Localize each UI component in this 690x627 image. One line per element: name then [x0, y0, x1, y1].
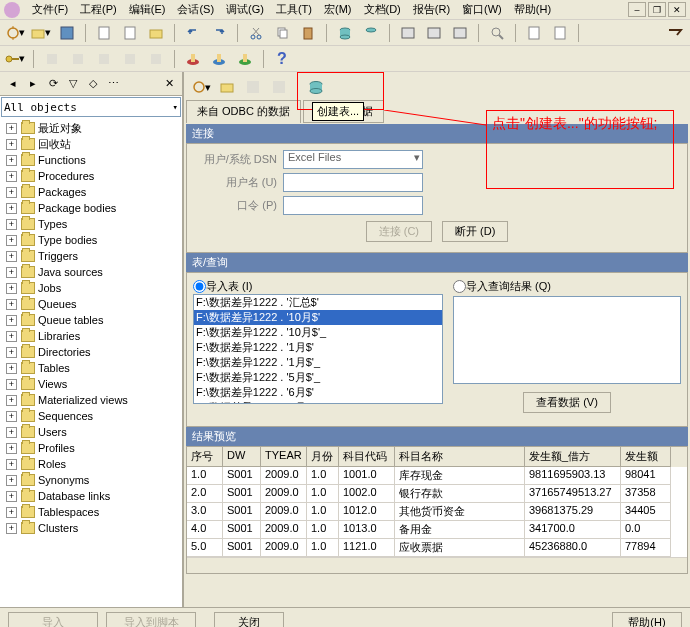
open-icon[interactable]: ▾ [30, 22, 52, 44]
save-icon[interactable] [56, 22, 78, 44]
tree-node[interactable]: +最近对象 [2, 120, 180, 136]
tree-toggle-icon[interactable]: + [6, 427, 17, 438]
tree-toggle-icon[interactable]: + [6, 123, 17, 134]
content-save2-icon[interactable] [268, 76, 290, 98]
table-row[interactable]: 1.0S0012009.01.01001.0库存现金9811695903.139… [187, 467, 687, 485]
content-open-icon[interactable] [216, 76, 238, 98]
key-icon[interactable]: ▾ [4, 48, 26, 70]
tree-toggle-icon[interactable]: + [6, 187, 17, 198]
tree-toggle-icon[interactable]: + [6, 347, 17, 358]
import-script-button[interactable]: 导入到脚本 [106, 612, 196, 627]
doc3-icon[interactable] [523, 22, 545, 44]
dsn-dropdown[interactable]: Excel Files▾ [283, 150, 423, 169]
tree-node[interactable]: +Jobs [2, 280, 180, 296]
tree-node[interactable]: +Sequences [2, 408, 180, 424]
menu-item[interactable]: 帮助(H) [508, 0, 557, 19]
menu-item[interactable]: 调试(G) [220, 0, 270, 19]
help-icon[interactable]: ? [271, 48, 293, 70]
tree-node[interactable]: +Synonyms [2, 472, 180, 488]
tree-toggle-icon[interactable]: + [6, 459, 17, 470]
view-data-button[interactable]: 查看数据 (V) [523, 392, 611, 413]
doc1-icon[interactable] [93, 22, 115, 44]
connect-button[interactable]: 连接 (C) [366, 221, 432, 242]
db1-icon[interactable] [334, 22, 356, 44]
menu-item[interactable]: 文件(F) [26, 0, 74, 19]
exec-red-icon[interactable] [182, 48, 204, 70]
tree-node[interactable]: +Users [2, 424, 180, 440]
tab-odbc-from[interactable]: 来自 ODBC 的数据 [186, 100, 301, 123]
import-table-radio[interactable] [193, 280, 206, 293]
copy-icon[interactable] [271, 22, 293, 44]
side-close-icon[interactable]: ✕ [160, 75, 178, 93]
tree-node[interactable]: +Functions [2, 152, 180, 168]
cut-icon[interactable] [245, 22, 267, 44]
username-input[interactable] [283, 173, 423, 192]
tree-node[interactable]: +Queue tables [2, 312, 180, 328]
tree-toggle-icon[interactable]: + [6, 475, 17, 486]
list-item[interactable]: F:\数据差异1222 . '1月$' [194, 340, 442, 355]
help-button[interactable]: 帮助(H) [612, 612, 682, 627]
side-nav-left-icon[interactable]: ◂ [4, 75, 22, 93]
menu-item[interactable]: 文档(D) [358, 0, 407, 19]
column-header[interactable]: 序号 [187, 447, 223, 467]
password-input[interactable] [283, 196, 423, 215]
redo-icon[interactable] [208, 22, 230, 44]
tree-toggle-icon[interactable]: + [6, 363, 17, 374]
list-item[interactable]: F:\数据差异1222 . '6月$' [194, 385, 442, 400]
tree-node[interactable]: +Materialized views [2, 392, 180, 408]
tree-toggle-icon[interactable]: + [6, 155, 17, 166]
side-nav-right-icon[interactable]: ▸ [24, 75, 42, 93]
folder-icon[interactable] [145, 22, 167, 44]
table-row[interactable]: 4.0S0012009.01.01013.0备用金341700.00.0 [187, 521, 687, 539]
content-save-icon[interactable] [242, 76, 264, 98]
list-item[interactable]: F:\数据差异1222 . '1月$'_ [194, 355, 442, 370]
import-button[interactable]: 导入 [8, 612, 98, 627]
doc2-icon[interactable] [119, 22, 141, 44]
gray1-icon[interactable] [41, 48, 63, 70]
tree-node[interactable]: +Procedures [2, 168, 180, 184]
side-refresh-icon[interactable]: ⟳ [44, 75, 62, 93]
menu-item[interactable]: 工具(T) [270, 0, 318, 19]
column-header[interactable]: 发生额 [621, 447, 671, 467]
column-header[interactable]: TYEAR [261, 447, 307, 467]
tree-toggle-icon[interactable]: + [6, 235, 17, 246]
list-item[interactable]: F:\数据差异1222 . '10月$' [194, 310, 442, 325]
tree-toggle-icon[interactable]: + [6, 139, 17, 150]
column-header[interactable]: 科目名称 [395, 447, 525, 467]
tree-node[interactable]: +Tables [2, 360, 180, 376]
tree-node[interactable]: +Queues [2, 296, 180, 312]
restore-button[interactable]: ❐ [648, 2, 666, 17]
tree-node[interactable]: +Database links [2, 488, 180, 504]
gray2-icon[interactable] [67, 48, 89, 70]
tree-node[interactable]: +Directories [2, 344, 180, 360]
tree-toggle-icon[interactable]: + [6, 315, 17, 326]
menu-item[interactable]: 宏(M) [318, 0, 358, 19]
gray4-icon[interactable] [119, 48, 141, 70]
gray5-icon[interactable] [145, 48, 167, 70]
tree-toggle-icon[interactable]: + [6, 171, 17, 182]
tree-toggle-icon[interactable]: + [6, 203, 17, 214]
tree-node[interactable]: +Libraries [2, 328, 180, 344]
tree-toggle-icon[interactable]: + [6, 219, 17, 230]
query-textarea[interactable] [453, 296, 681, 384]
paste-icon[interactable] [297, 22, 319, 44]
table-listbox[interactable]: F:\数据差异1222 . '汇总$'F:\数据差异1222 . '10月$'F… [193, 294, 443, 404]
db2-icon[interactable] [360, 22, 382, 44]
tree-toggle-icon[interactable]: + [6, 395, 17, 406]
tree-node[interactable]: +Roles [2, 456, 180, 472]
close-button[interactable]: ✕ [668, 2, 686, 17]
tree-node[interactable]: +Packages [2, 184, 180, 200]
content-new-icon[interactable]: ▾ [190, 76, 212, 98]
tree-node[interactable]: +Tablespaces [2, 504, 180, 520]
exec-green-icon[interactable] [234, 48, 256, 70]
tree-node[interactable]: +Java sources [2, 264, 180, 280]
tree-node[interactable]: +Profiles [2, 440, 180, 456]
disconnect-button[interactable]: 断开 (D) [442, 221, 508, 242]
side-filter-icon[interactable]: ▽ [64, 75, 82, 93]
object-tree[interactable]: +最近对象+回收站+Functions+Procedures+Packages+… [0, 118, 182, 607]
column-header[interactable]: DW [223, 447, 261, 467]
tree-node[interactable]: +Views [2, 376, 180, 392]
menu-item[interactable]: 会话(S) [171, 0, 220, 19]
menu-item[interactable]: 窗口(W) [456, 0, 508, 19]
object-filter-dropdown[interactable]: All objects [1, 97, 181, 117]
